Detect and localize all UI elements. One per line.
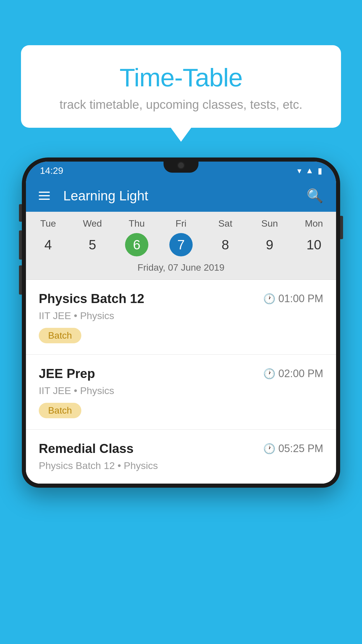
schedule-item-header: Physics Batch 12🕐01:00 PM <box>39 291 323 306</box>
bubble-title: Time-Table <box>36 63 326 92</box>
batch-badge: Batch <box>39 328 81 343</box>
day-name: Mon <box>305 218 323 229</box>
schedule-item-subtitle: IIT JEE • Physics <box>39 385 323 396</box>
schedule-item-header: JEE Prep🕐02:00 PM <box>39 366 323 381</box>
schedule-item-time: 🕐02:00 PM <box>263 368 323 380</box>
phone-mockup: 14:29 ▾ ▲ ▮ Learning Light 🔍 <box>22 158 340 644</box>
day-col-sat[interactable]: Sat8 <box>203 218 247 256</box>
day-col-tue[interactable]: Tue4 <box>26 218 70 256</box>
schedule-item-time: 🕐05:25 PM <box>263 442 323 455</box>
selected-date-label: Friday, 07 June 2019 <box>138 262 224 273</box>
day-name: Wed <box>83 218 102 229</box>
volume-up-button <box>19 230 22 260</box>
schedule-item[interactable]: Physics Batch 12🕐01:00 PMIIT JEE • Physi… <box>26 280 336 355</box>
schedule-list: Physics Batch 12🕐01:00 PMIIT JEE • Physi… <box>26 280 336 484</box>
battery-icon: ▮ <box>318 166 322 176</box>
day-number: 7 <box>169 233 193 256</box>
week-calendar-row: Tue4Wed5Thu6Fri7Sat8Sun9Mon10 <box>26 212 336 259</box>
schedule-item-subtitle: Physics Batch 12 • Physics <box>39 460 323 471</box>
app-title: Learning Light <box>63 188 296 204</box>
day-name: Thu <box>129 218 145 229</box>
status-icons: ▾ ▲ ▮ <box>297 166 322 176</box>
clock-icon: 🕐 <box>263 443 275 454</box>
day-col-sun[interactable]: Sun9 <box>247 218 292 256</box>
day-number: 6 <box>125 233 148 256</box>
phone-screen: 14:29 ▾ ▲ ▮ Learning Light 🔍 <box>26 162 336 484</box>
hamburger-menu-button[interactable] <box>39 192 50 200</box>
bubble-subtitle: track timetable, upcoming classes, tests… <box>36 98 326 112</box>
phone-camera <box>177 162 185 169</box>
schedule-item-time: 🕐01:00 PM <box>263 293 323 305</box>
time-text: 05:25 PM <box>278 442 323 455</box>
time-text: 02:00 PM <box>278 368 323 380</box>
day-col-wed[interactable]: Wed5 <box>70 218 115 256</box>
schedule-item[interactable]: Remedial Class🕐05:25 PMPhysics Batch 12 … <box>26 430 336 484</box>
wifi-icon: ▾ <box>297 166 301 176</box>
clock-icon: 🕐 <box>263 293 275 304</box>
day-number: 5 <box>81 233 104 256</box>
day-number: 10 <box>302 233 326 256</box>
day-col-mon[interactable]: Mon10 <box>292 218 336 256</box>
phone-outer: 14:29 ▾ ▲ ▮ Learning Light 🔍 <box>22 158 340 488</box>
schedule-item-title: Physics Batch 12 <box>39 291 144 306</box>
app-bar: Learning Light 🔍 <box>26 180 336 212</box>
batch-badge: Batch <box>39 403 81 418</box>
speech-bubble: Time-Table track timetable, upcoming cla… <box>21 45 341 128</box>
day-col-thu[interactable]: Thu6 <box>115 218 159 256</box>
day-number: 8 <box>214 233 237 256</box>
day-name: Sun <box>261 218 278 229</box>
schedule-item-header: Remedial Class🕐05:25 PM <box>39 441 323 456</box>
schedule-item[interactable]: JEE Prep🕐02:00 PMIIT JEE • PhysicsBatch <box>26 355 336 430</box>
time-text: 01:00 PM <box>278 293 323 305</box>
schedule-item-subtitle: IIT JEE • Physics <box>39 310 323 321</box>
volume-down-button <box>19 265 22 295</box>
day-name: Fri <box>175 218 186 229</box>
date-label-row: Friday, 07 June 2019 <box>26 259 336 280</box>
schedule-item-title: JEE Prep <box>39 366 95 381</box>
search-button[interactable]: 🔍 <box>307 188 323 204</box>
status-time: 14:29 <box>40 165 63 176</box>
volume-silent-button <box>19 204 22 222</box>
schedule-item-title: Remedial Class <box>39 441 133 456</box>
clock-icon: 🕐 <box>263 368 275 379</box>
signal-icon: ▲ <box>305 166 314 175</box>
day-name: Tue <box>40 218 56 229</box>
day-col-fri[interactable]: Fri7 <box>159 218 203 256</box>
day-number: 9 <box>258 233 281 256</box>
day-number: 4 <box>36 233 60 256</box>
day-name: Sat <box>218 218 232 229</box>
power-button <box>340 216 343 239</box>
